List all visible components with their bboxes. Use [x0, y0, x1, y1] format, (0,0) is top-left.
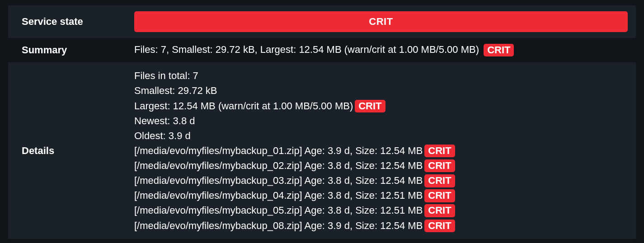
details-line-text: Newest: 3.8 d — [134, 115, 195, 126]
row-details: Details Files in total: 7Smallest: 29.72… — [8, 62, 636, 238]
details-crit-badge: CRIT — [424, 174, 455, 187]
details-line-text: Largest: 12.54 MB (warn/crit at 1.00 MB/… — [134, 100, 353, 112]
row-service-state: Service state CRIT — [8, 5, 636, 38]
details-line-h0: Files in total: 7 — [134, 68, 455, 83]
details-line-h2: Largest: 12.54 MB (warn/crit at 1.00 MB/… — [134, 98, 455, 113]
details-crit-badge: CRIT — [424, 145, 455, 157]
details-line-f2: [/media/evo/myfiles/mybackup_03.zip] Age… — [134, 173, 455, 188]
details-line-f5: [/media/evo/myfiles/mybackup_08.zip] Age… — [134, 218, 455, 233]
details-crit-badge: CRIT — [355, 100, 385, 112]
details-crit-badge: CRIT — [424, 189, 455, 202]
value-summary: Files: 7, Smallest: 29.72 kB, Largest: 1… — [128, 38, 636, 62]
details-line-f1: [/media/evo/myfiles/mybackup_02.zip] Age… — [134, 158, 455, 173]
label-service-state: Service state — [8, 5, 128, 38]
details-line-h3: Newest: 3.8 d — [134, 113, 455, 128]
details-line-text: [/media/evo/myfiles/mybackup_05.zip] Age… — [134, 205, 423, 216]
summary-line-text: Files: 7, Smallest: 29.72 kB, Largest: 1… — [134, 44, 479, 55]
details-crit-badge: CRIT — [424, 159, 455, 172]
row-summary: Summary Files: 7, Smallest: 29.72 kB, La… — [8, 38, 636, 62]
details-line-text: Smallest: 29.72 kB — [134, 85, 217, 97]
details-line-f0: [/media/evo/myfiles/mybackup_01.zip] Age… — [134, 143, 455, 158]
details-line-f3: [/media/evo/myfiles/mybackup_04.zip] Age… — [134, 188, 455, 203]
details-crit-badge: CRIT — [424, 204, 455, 217]
service-status-panel: Service state CRIT Summary Files: 7, Sma… — [0, 0, 644, 243]
details-line-text: [/media/evo/myfiles/mybackup_08.zip] Age… — [134, 220, 423, 231]
details-line-f4: [/media/evo/myfiles/mybackup_05.zip] Age… — [134, 203, 455, 218]
value-details: Files in total: 7Smallest: 29.72 kBLarge… — [128, 62, 636, 238]
state-bar-crit: CRIT — [134, 11, 628, 32]
label-details: Details — [8, 62, 128, 238]
details-line-h4: Oldest: 3.9 d — [134, 128, 455, 143]
value-service-state: CRIT — [128, 5, 636, 38]
details-line-text: [/media/evo/myfiles/mybackup_02.zip] Age… — [134, 160, 423, 171]
summary-crit-badge: CRIT — [484, 44, 514, 56]
details-line-text: Files in total: 7 — [134, 70, 198, 82]
summary-text: Files: 7, Smallest: 29.72 kB, Largest: 1… — [134, 44, 514, 56]
details-line-text: [/media/evo/myfiles/mybackup_03.zip] Age… — [134, 175, 423, 186]
details-block: Files in total: 7Smallest: 29.72 kBLarge… — [134, 68, 455, 233]
details-line-text: [/media/evo/myfiles/mybackup_04.zip] Age… — [134, 190, 423, 201]
details-line-text: [/media/evo/myfiles/mybackup_01.zip] Age… — [134, 145, 423, 156]
details-line-text: Oldest: 3.9 d — [134, 130, 191, 141]
label-summary: Summary — [8, 38, 128, 62]
details-crit-badge: CRIT — [424, 220, 455, 232]
details-line-h1: Smallest: 29.72 kB — [134, 83, 455, 98]
